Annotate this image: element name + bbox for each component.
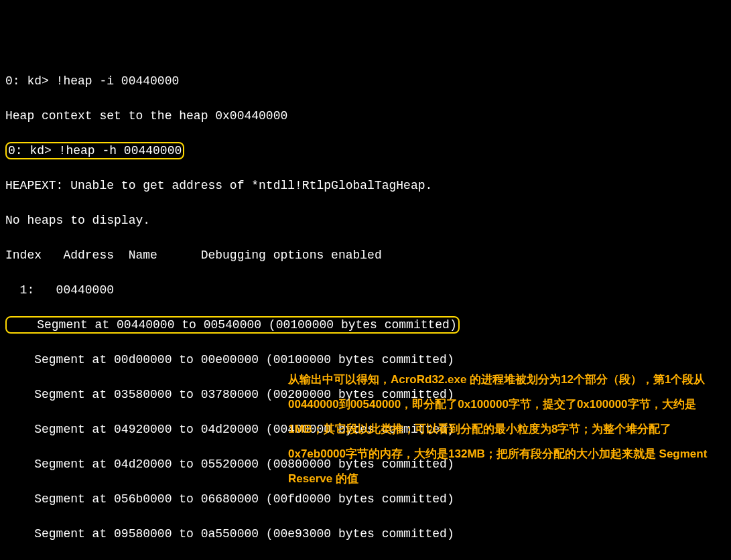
terminal-line: 1: 00440000	[5, 281, 726, 299]
terminal-line-highlighted: 0: kd> !heap -h 00440000	[5, 142, 726, 159]
terminal-line: Index Address Name Debugging options ena…	[5, 247, 726, 264]
terminal-line: Segment at 056b0000 to 06680000 (00fd000…	[5, 490, 726, 508]
terminal-line: No heaps to display.	[5, 212, 726, 229]
highlight-box: 0: kd> !heap -h 00440000	[5, 142, 184, 159]
terminal-line: 0: kd> !heap -i 00440000	[5, 72, 726, 90]
terminal-line: Heap context set to the heap 0x00440000	[5, 107, 726, 125]
terminal-line: Segment at 09580000 to 0a550000 (00e9300…	[5, 525, 726, 543]
terminal-line-highlighted: Segment at 00440000 to 00540000 (0010000…	[5, 316, 726, 334]
terminal-line: HEAPEXT: Unable to get address of *ntdll…	[5, 177, 726, 194]
terminal-line: Segment at 00d00000 to 00e00000 (0010000…	[5, 351, 726, 368]
highlight-box: Segment at 00440000 to 00540000 (0010000…	[5, 316, 460, 334]
annotation-text: 从输出中可以得知，AcroRd32.exe 的进程堆被划分为12个部分（段），第…	[288, 367, 717, 491]
